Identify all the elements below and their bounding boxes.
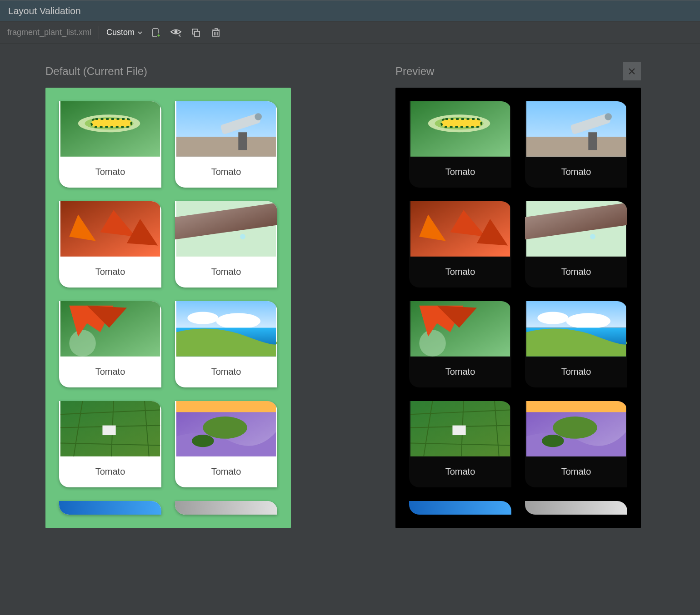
plant-image bbox=[59, 401, 161, 456]
svg-rect-38 bbox=[195, 31, 200, 36]
plant-card-label: Tomato bbox=[409, 257, 511, 288]
plant-card[interactable]: Tomato bbox=[525, 301, 627, 387]
plant-card[interactable]: Tomato bbox=[409, 101, 511, 188]
plant-card[interactable]: Tomato bbox=[175, 101, 277, 188]
plant-card-label: Tomato bbox=[525, 357, 627, 387]
plant-card[interactable]: Tomato bbox=[525, 201, 627, 288]
plant-card[interactable]: Tomato bbox=[409, 201, 511, 288]
plant-image bbox=[59, 501, 161, 515]
plant-image bbox=[409, 401, 511, 456]
plant-card[interactable]: Tomato bbox=[525, 101, 627, 188]
plant-image bbox=[175, 401, 277, 456]
configuration-dropdown[interactable]: Custom bbox=[106, 28, 143, 37]
plant-image bbox=[525, 401, 627, 456]
plant-card[interactable]: Tomato bbox=[409, 401, 511, 487]
default-panel: Default (Current File) Tomato Tomato Tom… bbox=[45, 62, 291, 615]
title-bar: Layout Validation bbox=[0, 0, 700, 21]
copy-icon[interactable] bbox=[190, 27, 202, 39]
filename-tab[interactable]: fragment_plant_list.xml bbox=[7, 28, 91, 37]
default-device-frame[interactable]: Tomato Tomato Tomato Tomato Tomato bbox=[45, 88, 291, 528]
plant-image bbox=[59, 201, 161, 257]
plant-card[interactable]: Tomato bbox=[59, 101, 161, 188]
add-device-icon[interactable] bbox=[150, 27, 162, 39]
plant-card-label: Tomato bbox=[59, 357, 161, 387]
plant-image bbox=[409, 101, 511, 157]
plant-card-label: Tomato bbox=[409, 157, 511, 188]
plant-card-label: Tomato bbox=[175, 357, 277, 387]
window-title: Layout Validation bbox=[8, 5, 81, 16]
plant-card-label: Tomato bbox=[59, 157, 161, 188]
visibility-icon[interactable] bbox=[170, 27, 182, 39]
content-area: Default (Current File) Tomato Tomato Tom… bbox=[0, 44, 700, 615]
plant-image bbox=[59, 301, 161, 357]
plant-card-label: Tomato bbox=[59, 456, 161, 487]
plant-card-label: Tomato bbox=[175, 456, 277, 487]
plant-card-label: Tomato bbox=[525, 456, 627, 487]
plant-card-label: Tomato bbox=[525, 157, 627, 188]
plant-image bbox=[525, 101, 627, 157]
default-panel-title: Default (Current File) bbox=[45, 65, 291, 78]
chevron-down-icon bbox=[137, 30, 143, 35]
plant-image bbox=[409, 201, 511, 257]
plant-image bbox=[59, 101, 161, 157]
svg-point-36 bbox=[175, 30, 178, 33]
plant-card[interactable]: Tomato bbox=[175, 401, 277, 487]
plant-card-label: Tomato bbox=[525, 257, 627, 288]
close-icon bbox=[627, 67, 636, 76]
plant-card-label: Tomato bbox=[175, 257, 277, 288]
configuration-dropdown-label: Custom bbox=[106, 28, 135, 37]
plant-image bbox=[175, 201, 277, 257]
plant-card-label: Tomato bbox=[59, 257, 161, 288]
plant-image bbox=[175, 101, 277, 157]
close-preview-button[interactable] bbox=[623, 62, 641, 80]
plant-image bbox=[525, 501, 627, 515]
toolbar: fragment_plant_list.xml Custom bbox=[0, 21, 700, 44]
plant-card[interactable]: Tomato bbox=[175, 201, 277, 288]
plant-card[interactable]: Tomato bbox=[175, 301, 277, 387]
plant-image bbox=[409, 301, 511, 357]
plant-card[interactable] bbox=[59, 501, 161, 515]
plant-card[interactable] bbox=[175, 501, 277, 515]
plant-image bbox=[409, 501, 511, 515]
plant-card-label: Tomato bbox=[409, 357, 511, 387]
plant-card[interactable] bbox=[525, 501, 627, 515]
delete-icon[interactable] bbox=[210, 27, 222, 39]
toolbar-separator bbox=[99, 26, 99, 39]
preview-panel-title: Preview bbox=[395, 65, 623, 78]
plant-card-label: Tomato bbox=[175, 157, 277, 188]
plant-card[interactable] bbox=[409, 501, 511, 515]
plant-card[interactable]: Tomato bbox=[59, 401, 161, 487]
plant-card[interactable]: Tomato bbox=[59, 201, 161, 288]
plant-image bbox=[525, 201, 627, 257]
preview-device-frame[interactable]: Tomato Tomato Tomato Tomato Tomato bbox=[395, 88, 641, 528]
plant-card[interactable]: Tomato bbox=[409, 301, 511, 387]
plant-image bbox=[175, 501, 277, 515]
plant-card[interactable]: Tomato bbox=[59, 301, 161, 387]
plant-card-label: Tomato bbox=[409, 456, 511, 487]
preview-panel: Preview Tomato Tomato Tom bbox=[395, 62, 641, 615]
plant-image bbox=[525, 301, 627, 357]
plant-card[interactable]: Tomato bbox=[525, 401, 627, 487]
plant-image bbox=[175, 301, 277, 357]
